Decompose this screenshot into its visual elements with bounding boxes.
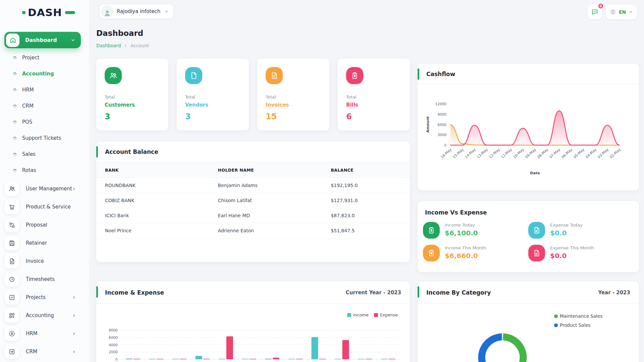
account-balance-table: BANK HOLDER NAME BALANCE ROUNDBANK Benja… <box>96 162 410 238</box>
bullet-icon <box>13 168 17 173</box>
stat-card-customers[interactable]: Total Customers 3 <box>96 59 168 130</box>
home-icon <box>9 37 16 44</box>
sidebar-item-label: HRM <box>26 330 38 337</box>
legend-item-income[interactable]: Income <box>347 312 369 317</box>
legend-item-maintenance-sales[interactable]: Maintenance Sales <box>554 313 602 319</box>
cell-bank: ROUNDBANK <box>96 178 209 193</box>
legend-swatch <box>347 313 351 317</box>
sidebar-item-projects[interactable]: Projects <box>0 288 89 306</box>
stat-card-invoices[interactable]: Total Invoices 15 <box>257 59 329 130</box>
sidebar-item-hrm[interactable]: HRM <box>0 324 89 343</box>
sidebar-subitem-sales[interactable]: Sales <box>0 146 89 162</box>
sidebar-subitem-rotas[interactable]: Rotas <box>0 162 89 178</box>
messages-badge: 0 <box>598 3 604 9</box>
chevron-down-icon <box>629 10 633 14</box>
sidebar-item-timesheets[interactable]: Timesheets <box>0 270 89 288</box>
cell-bank: ICICI Bank <box>96 208 209 223</box>
breadcrumb-link-dashboard[interactable]: Dashboard <box>96 43 121 48</box>
sidebar-item-accounting[interactable]: Accounting <box>0 306 89 324</box>
account-balance-card: Account Balance BANK HOLDER NAME BALANCE… <box>96 141 410 262</box>
sidebar-subitem-hrm[interactable]: HRM <box>0 82 89 98</box>
language-selector[interactable]: EN <box>606 5 637 19</box>
sidebar-subitem-support-tickets[interactable]: Support Tickets <box>0 130 89 146</box>
chevron-down-icon <box>70 38 75 43</box>
globe-icon <box>610 9 616 15</box>
stat-value: 3 <box>105 112 160 121</box>
card-title: Account Balance <box>105 148 158 155</box>
legend-item-expense[interactable]: Expense <box>374 312 398 317</box>
column-header-balance: BALANCE <box>322 163 410 178</box>
sidebar-item-crm[interactable]: CRM <box>0 343 89 361</box>
chevron-down-icon <box>70 38 75 43</box>
crm-icon <box>8 348 15 355</box>
sidebar-item-label: Accounting <box>26 312 54 318</box>
messages-button[interactable]: 0 <box>588 5 602 19</box>
stat-card-bills[interactable]: Total Bills 6 <box>338 59 410 130</box>
table-header-row: BANK HOLDER NAME BALANCE <box>96 163 410 178</box>
income-clipboard-icon <box>427 249 435 257</box>
legend-item-product-sales[interactable]: Product Sales <box>554 322 602 328</box>
sidebar-subitem-crm[interactable]: CRM <box>0 98 89 114</box>
stat-value: 6 <box>346 112 401 121</box>
user-menu[interactable]: Rajodiya infotech <box>99 4 174 19</box>
page-title: Dashboard <box>96 29 143 38</box>
card-accent <box>96 286 98 298</box>
expense-file-icon <box>528 245 545 261</box>
sidebar-modules: User Management Product & Service Propos… <box>0 180 89 361</box>
bullet-icon <box>13 104 17 108</box>
ive-label: Expense Today <box>550 222 583 228</box>
svg-text:2000: 2000 <box>109 350 118 354</box>
stat-value: 3 <box>185 112 240 121</box>
chat-icon <box>591 8 599 16</box>
chevron-right-icon <box>72 187 76 191</box>
svg-text:02-May: 02-May <box>609 147 621 159</box>
app-logo: DASH <box>22 7 75 18</box>
bill-clipboard-icon <box>351 71 359 80</box>
breadcrumb: Dashboard Account <box>96 43 149 48</box>
sidebar-subitem-pos[interactable]: POS <box>0 114 89 130</box>
cell-holder-name: Adrienne Eaton <box>209 223 322 238</box>
stat-label: Vendors <box>185 102 240 108</box>
sidebar-item-product-service[interactable]: Product & Service <box>0 198 89 216</box>
sidebar-subitem-label: POS <box>22 119 32 125</box>
stat-label: Bills <box>346 102 401 108</box>
logo-dash-icon <box>65 11 75 14</box>
chevron-right-icon <box>124 44 127 48</box>
sidebar-item-dashboard[interactable]: Dashboard <box>4 32 81 48</box>
stat-card-vendors[interactable]: Total Vendors 3 <box>177 59 249 130</box>
retainer-icon <box>8 240 15 247</box>
sidebar-subitem-accounting[interactable]: Accounting <box>0 66 89 82</box>
card-subtitle: Year - 2023 <box>598 290 630 296</box>
sidebar-subitem-project[interactable]: Project <box>0 50 89 66</box>
sidebar-item-invoice[interactable]: Invoice <box>0 252 89 270</box>
ive-label: Income Today <box>445 222 478 228</box>
chevron-right-icon <box>72 313 76 318</box>
cell-balance: $87,823.0 <box>322 208 410 223</box>
stat-label: Customers <box>105 102 160 108</box>
sidebar-subitem-label: HRM <box>22 87 34 93</box>
users-icon <box>8 185 15 192</box>
svg-text:03-May: 03-May <box>597 147 609 159</box>
bullet-icon <box>13 120 17 124</box>
card-title: Income By Category <box>426 289 491 296</box>
invoice-file-icon <box>270 71 278 80</box>
sidebar-item-retainer[interactable]: Retainer <box>0 234 89 252</box>
sidebar-subitem-label: Project <box>22 55 39 61</box>
column-header-bank: BANK <box>96 163 209 178</box>
svg-text:16-May: 16-May <box>440 147 452 159</box>
income-by-category-card: Income By Category Year - 2023 Maintenan… <box>418 282 639 362</box>
income-expense-chart: 02000400060008000 <box>103 319 403 362</box>
ive-value: $6,660.0 <box>445 252 486 260</box>
proposal-icon <box>8 222 15 229</box>
cashflow-chart: 03000600090001200016-May15-May14-May13-M… <box>424 97 632 178</box>
cell-bank: Noel Prince <box>96 223 209 238</box>
card-title: Cashflow <box>426 71 455 77</box>
sidebar-item-user-management[interactable]: User Management <box>0 180 89 198</box>
svg-text:11-May: 11-May <box>500 147 513 159</box>
legend-label: Maintenance Sales <box>560 313 602 319</box>
dashboard-submenu: Project Accounting HRM CRM POS Support T… <box>0 50 89 178</box>
ive-item-expense-this-month: Expense This Month $0.0 <box>528 245 634 261</box>
card-accent <box>418 68 419 80</box>
chevron-right-icon <box>124 44 127 48</box>
sidebar-item-proposal[interactable]: Proposal <box>0 216 89 234</box>
